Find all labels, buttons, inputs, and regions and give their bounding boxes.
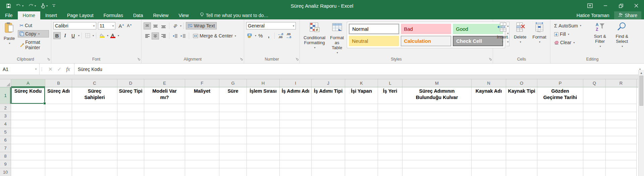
cell-B3[interactable] [45, 112, 72, 120]
cell-H3[interactable] [247, 112, 280, 120]
cell-B4[interactable] [45, 120, 72, 128]
scroll-up-icon[interactable]: ▲ [639, 70, 644, 76]
column-header-A[interactable]: A [11, 79, 45, 87]
cell-B10[interactable] [45, 168, 72, 176]
cell-Q3[interactable] [583, 112, 606, 120]
column-header-H[interactable]: H [247, 79, 280, 87]
cell-O1[interactable]: Kaynak Tipi [506, 87, 537, 104]
cell-M1[interactable]: Süreç Adımının Bulunduğu Kulvar [402, 87, 472, 104]
cell-O6[interactable] [506, 136, 537, 144]
cell-C7[interactable] [72, 144, 117, 152]
undo-caret[interactable]: ▾ [22, 4, 23, 7]
cell-G8[interactable] [219, 152, 247, 160]
cell-E1[interactable]: Modeli Var mı? [144, 87, 185, 104]
tell-me-box[interactable]: Tell me what you want to do… [200, 11, 269, 19]
cell-E8[interactable] [144, 152, 185, 160]
orientation-icon[interactable]: ab [171, 22, 179, 29]
cell-K3[interactable] [345, 112, 378, 120]
cell-P3[interactable] [537, 112, 583, 120]
cell-B9[interactable] [45, 160, 72, 168]
cell-I4[interactable] [280, 120, 312, 128]
cell-I7[interactable] [280, 144, 312, 152]
cell-E9[interactable] [144, 160, 185, 168]
sort-filter-button[interactable]: AZ Sort & Filter ▾ [590, 21, 610, 56]
cell-J5[interactable] [312, 128, 345, 136]
cell-E7[interactable] [144, 144, 185, 152]
cell-D10[interactable] [117, 168, 144, 176]
align-left-button[interactable] [144, 32, 151, 39]
copy-caret[interactable]: ▾ [38, 32, 40, 35]
underline-caret[interactable]: ▾ [78, 34, 79, 37]
number-format-combo[interactable]: General▾ [246, 22, 296, 29]
cell-M9[interactable] [402, 160, 472, 168]
column-header-B[interactable]: B [45, 79, 72, 87]
cell-P10[interactable] [537, 168, 583, 176]
cell-A4[interactable] [11, 120, 45, 128]
alignment-dialog-launcher-icon[interactable] [239, 56, 243, 62]
cell-G7[interactable] [219, 144, 247, 152]
cell-O9[interactable] [506, 160, 537, 168]
format-as-table-button[interactable]: Format as Table ▾ [328, 21, 345, 56]
cell-B7[interactable] [45, 144, 72, 152]
row-number-8[interactable]: 8 [0, 152, 11, 160]
column-header-P[interactable]: P [537, 79, 583, 87]
cell-O5[interactable] [506, 128, 537, 136]
cell-D2[interactable] [117, 104, 144, 112]
touch-mode-caret[interactable]: ▾ [46, 4, 48, 7]
sort-filter-caret[interactable]: ▾ [600, 44, 601, 49]
cell-H10[interactable] [247, 168, 280, 176]
cell-Q4[interactable] [583, 120, 606, 128]
cell-F9[interactable] [185, 160, 219, 168]
cell-M4[interactable] [402, 120, 472, 128]
undo-icon[interactable]: ▾ [16, 4, 23, 8]
cell-H7[interactable] [247, 144, 280, 152]
style-calculation[interactable]: Calculation [401, 36, 451, 46]
cell-Q5[interactable] [583, 128, 606, 136]
cell-N1[interactable]: Kaynak Adı [472, 87, 506, 104]
cell-M3[interactable] [402, 112, 472, 120]
cell-O2[interactable] [506, 104, 537, 112]
cell-L7[interactable] [378, 144, 402, 152]
tab-page-layout[interactable]: Page Layout [62, 11, 99, 19]
copy-button[interactable]: Copy ▾ [18, 30, 49, 37]
name-box-resizer[interactable]: ⋮ [40, 64, 44, 75]
cell-B8[interactable] [45, 152, 72, 160]
cell-K7[interactable] [345, 144, 378, 152]
fill-button[interactable]: Fill ▾ [552, 30, 588, 38]
cell-A1[interactable]: Süreç Kodu [11, 87, 45, 104]
column-header-E[interactable]: E [144, 79, 185, 87]
bold-button[interactable]: B [53, 32, 61, 39]
cell-H1[interactable]: İşlem Sırası [247, 87, 280, 104]
column-header-M[interactable]: M [402, 79, 472, 87]
column-header-J[interactable]: J [312, 79, 345, 87]
style-normal[interactable]: Normal [349, 24, 399, 34]
row-number-6[interactable]: 6 [0, 136, 11, 144]
cell-N3[interactable] [472, 112, 506, 120]
cell-N10[interactable] [472, 168, 506, 176]
font-name-combo[interactable]: Calibri▾ [53, 22, 96, 29]
cell-J3[interactable] [312, 112, 345, 120]
font-color-icon[interactable]: A [109, 32, 116, 39]
cell-D5[interactable] [117, 128, 144, 136]
minimize-icon[interactable] [598, 0, 613, 11]
cell-C9[interactable] [72, 160, 117, 168]
tab-file[interactable]: File [0, 11, 18, 19]
cell-C6[interactable] [72, 136, 117, 144]
cell-M7[interactable] [402, 144, 472, 152]
cell-P7[interactable] [537, 144, 583, 152]
column-header-R[interactable]: R [606, 79, 637, 87]
cell-J8[interactable] [312, 152, 345, 160]
cell-N9[interactable] [472, 160, 506, 168]
cell-H4[interactable] [247, 120, 280, 128]
tab-formulas[interactable]: Formulas [99, 11, 128, 19]
style-bad[interactable]: Bad [401, 24, 451, 34]
scrollbar-thumb[interactable] [639, 76, 643, 106]
cell-P2[interactable] [537, 104, 583, 112]
cell-O4[interactable] [506, 120, 537, 128]
tab-home[interactable]: Home [18, 11, 40, 19]
cell-J7[interactable] [312, 144, 345, 152]
cell-B1[interactable]: Süreç Adı [45, 87, 72, 104]
cell-N7[interactable] [472, 144, 506, 152]
insert-cells-caret[interactable]: ▾ [502, 39, 503, 45]
shrink-font-button[interactable]: A▼ [126, 22, 133, 29]
